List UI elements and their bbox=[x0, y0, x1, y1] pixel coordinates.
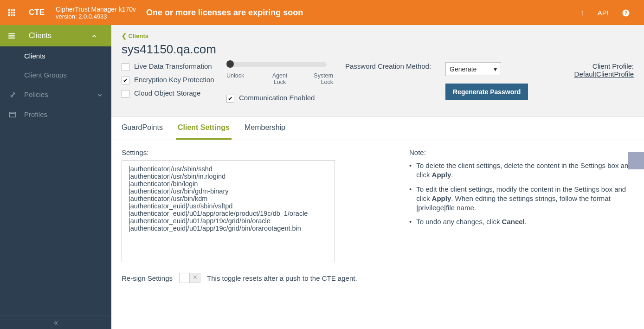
note-label: Note: bbox=[409, 148, 634, 156]
sidebar-collapse[interactable] bbox=[0, 316, 111, 329]
tab-guardpoints[interactable]: GuardPoints bbox=[120, 117, 165, 140]
sidebar-section-label: Clients bbox=[29, 32, 52, 40]
brand-block: CipherTrust Manager k170v version: 2.0.0… bbox=[50, 6, 142, 20]
tab-client-settings[interactable]: Client Settings bbox=[176, 117, 232, 140]
svg-rect-12 bbox=[8, 35, 15, 36]
help-icon[interactable]: ? bbox=[622, 8, 630, 17]
svg-rect-7 bbox=[11, 14, 13, 16]
checkbox-ldt[interactable]: Live Data Transformation bbox=[122, 62, 214, 71]
settings-label: Settings: bbox=[122, 148, 148, 156]
svg-rect-4 bbox=[11, 12, 13, 13]
svg-rect-5 bbox=[13, 12, 15, 13]
svg-rect-13 bbox=[8, 38, 15, 39]
svg-rect-1 bbox=[11, 9, 13, 11]
svg-text:?: ? bbox=[625, 10, 627, 15]
sidebar-section-clients[interactable]: Clients bbox=[0, 25, 111, 46]
page-title: sys41150.qa.com bbox=[122, 42, 634, 57]
checkbox-label: Cloud Object Storage bbox=[134, 89, 200, 97]
pin-icon bbox=[8, 90, 17, 99]
caret-down-icon: ▾ bbox=[494, 65, 497, 73]
note-item: To delete the client settings, delete th… bbox=[409, 161, 634, 180]
sidebar-item-profiles[interactable]: Profiles bbox=[0, 104, 111, 124]
svg-rect-3 bbox=[8, 12, 10, 13]
pwd-method-select[interactable]: Generate ▾ bbox=[445, 62, 501, 76]
list-icon bbox=[7, 32, 22, 40]
lock-slider[interactable] bbox=[226, 62, 333, 67]
product-label[interactable]: CTE bbox=[23, 8, 50, 17]
brand-version: version: 2.0.0.4933 bbox=[56, 13, 136, 20]
slider-label-system-lock: System Lock bbox=[305, 72, 333, 85]
client-profile-link[interactable]: DefaultClientProfile bbox=[574, 70, 634, 78]
settings-textarea[interactable] bbox=[122, 160, 335, 262]
brand-name: CipherTrust Manager k170v bbox=[56, 6, 136, 13]
note-item: To undo any changes, click Cancel. bbox=[409, 217, 634, 226]
sidebar-item-client-groups[interactable]: Client Groups bbox=[0, 65, 111, 84]
svg-rect-0 bbox=[8, 9, 10, 11]
svg-rect-11 bbox=[8, 33, 15, 34]
checkbox-label: Communication Enabled bbox=[239, 94, 315, 102]
resign-hint: This toggle resets after a push to the C… bbox=[207, 274, 357, 282]
license-banner: One or more licenses are expiring soon bbox=[142, 8, 580, 18]
sidebar-item-clients[interactable]: Clients bbox=[0, 46, 111, 65]
pwd-method-label: Password Creation Method: bbox=[345, 62, 433, 70]
slider-label-agent-lock: Agent Lock bbox=[266, 72, 294, 85]
chevron-down-icon bbox=[97, 90, 103, 98]
api-link[interactable]: API bbox=[598, 9, 609, 17]
sidebar-item-label: Profiles bbox=[24, 110, 47, 118]
apps-icon[interactable] bbox=[0, 8, 23, 17]
window-icon bbox=[8, 110, 17, 119]
checkbox-cos[interactable]: Cloud Object Storage bbox=[122, 89, 214, 98]
resign-toggle[interactable]: ✕ bbox=[179, 273, 200, 283]
alert-count[interactable]: 1 bbox=[580, 9, 584, 17]
checkbox-comm-enabled[interactable]: Communication Enabled bbox=[226, 94, 333, 103]
resign-label: Re-sign Settings bbox=[122, 274, 173, 282]
close-icon: ✕ bbox=[193, 274, 198, 281]
sidebar-item-policies[interactable]: Policies bbox=[0, 84, 111, 104]
checkbox-label: Live Data Transformation bbox=[134, 62, 212, 70]
note-item: To edit the client settings, modify the … bbox=[409, 185, 634, 213]
client-profile-label: Client Profile: bbox=[592, 62, 634, 70]
svg-rect-6 bbox=[8, 14, 10, 16]
regenerate-password-button[interactable]: Regenerate Password bbox=[445, 84, 528, 100]
svg-rect-8 bbox=[13, 14, 15, 16]
sidebar-item-label: Policies bbox=[24, 90, 48, 98]
slider-label-unlock: Unlock bbox=[226, 72, 254, 85]
breadcrumb[interactable]: ❮ Clients bbox=[122, 32, 634, 39]
svg-rect-14 bbox=[9, 112, 16, 117]
checkbox-label: Encryption Key Protection bbox=[134, 76, 214, 84]
checkbox-ekp[interactable]: Encryption Key Protection bbox=[122, 76, 214, 84]
chevron-up-icon bbox=[91, 32, 104, 39]
side-drawer-handle[interactable] bbox=[628, 152, 644, 169]
select-value: Generate bbox=[450, 65, 477, 73]
svg-rect-2 bbox=[13, 9, 15, 11]
tab-membership[interactable]: Membership bbox=[243, 117, 287, 140]
